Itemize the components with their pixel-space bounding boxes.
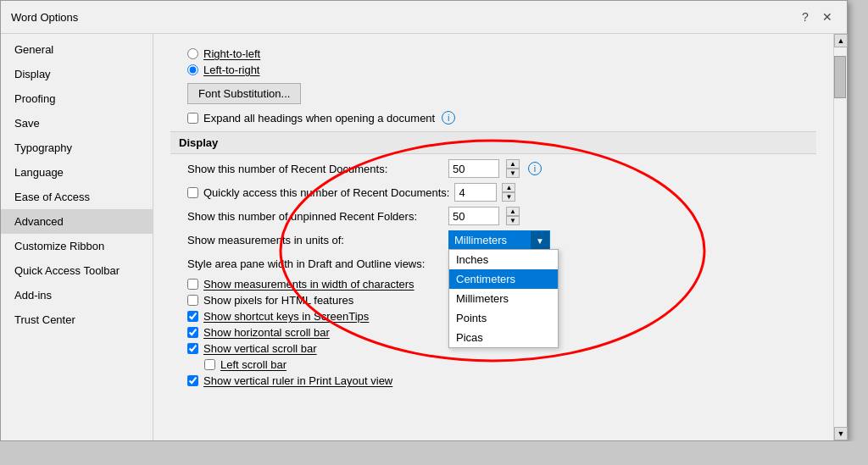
radio-left-to-right-label: Left-to-right	[203, 64, 259, 76]
show-pixels-label: Show pixels for HTML features	[203, 294, 353, 307]
display-section-header: Display	[170, 131, 816, 154]
measurements-dropdown-header[interactable]: Millimeters ▼	[448, 230, 550, 249]
title-bar-controls: ? ✕	[796, 8, 837, 26]
recent-docs-spinbox: ▲ ▼	[506, 159, 520, 178]
unpinned-folders-spinbox: ▲ ▼	[506, 207, 520, 225]
style-area-label: Style area pane width in Draft and Outli…	[187, 257, 442, 270]
show-horizontal-checkbox[interactable]	[187, 327, 198, 338]
show-shortcuts-checkbox[interactable]	[187, 311, 198, 322]
scroll-down-button[interactable]: ▼	[834, 427, 848, 440]
measurements-dropdown[interactable]: Millimeters ▼ Inches Centimeters Millime…	[448, 230, 550, 249]
left-scroll-row: Left scroll bar	[204, 358, 816, 371]
dropdown-item-inches[interactable]: Inches	[449, 250, 558, 269]
sidebar-item-customize-ribbon[interactable]: Customize Ribbon	[1, 234, 153, 258]
measurements-label: Show measurements in units of:	[187, 234, 442, 246]
unpinned-folders-up[interactable]: ▲	[506, 207, 520, 216]
unpinned-folders-label: Show this number of unpinned Recent Fold…	[187, 210, 442, 223]
radio-right-to-left-label: Right-to-left	[203, 47, 260, 60]
font-substitution-button[interactable]: Font Substitution...	[187, 83, 301, 104]
expand-headings-checkbox[interactable]	[187, 113, 198, 124]
sidebar-item-advanced[interactable]: Advanced	[1, 209, 153, 234]
measurements-dropdown-value: Millimeters	[454, 234, 507, 246]
dialog-body: GeneralDisplayProofingSaveTypographyLang…	[1, 34, 847, 440]
left-scroll-label: Left scroll bar	[220, 358, 287, 371]
show-width-checkbox[interactable]	[187, 279, 198, 290]
quick-access-input[interactable]	[454, 183, 497, 202]
unpinned-folders-row: Show this number of unpinned Recent Fold…	[187, 207, 816, 225]
recent-docs-info-icon[interactable]: i	[528, 162, 542, 175]
show-vertical-label: Show vertical scroll bar	[203, 342, 317, 355]
recent-docs-up[interactable]: ▲	[506, 159, 520, 169]
radio-right-to-left-row: Right-to-left	[187, 47, 816, 60]
title-bar: Word Options ? ✕	[1, 1, 847, 34]
quick-access-label: Quickly access this number of Recent Doc…	[203, 186, 449, 199]
show-ruler-row: Show vertical ruler in Print Layout view	[187, 374, 816, 387]
expand-headings-label: Expand all headings when opening a docum…	[203, 112, 435, 125]
show-ruler-label: Show vertical ruler in Print Layout view	[203, 374, 392, 387]
expand-headings-row: Expand all headings when opening a docum…	[187, 111, 816, 125]
radio-left-to-right-row: Left-to-right	[187, 64, 816, 76]
show-horizontal-label: Show horizontal scroll bar	[203, 326, 330, 339]
sidebar-item-language[interactable]: Language	[1, 160, 153, 185]
content-inner: Right-to-left Left-to-right Font Substit…	[153, 34, 833, 401]
show-shortcuts-label: Show shortcut keys in ScreenTips	[203, 310, 369, 323]
recent-docs-label: Show this number of Recent Documents:	[187, 163, 442, 175]
sidebar-item-general[interactable]: General	[1, 37, 153, 62]
recent-docs-down[interactable]: ▼	[506, 169, 520, 178]
show-vertical-checkbox[interactable]	[187, 343, 198, 354]
radio-right-to-left[interactable]	[187, 48, 198, 59]
scroll-up-button[interactable]: ▲	[834, 34, 848, 47]
unpinned-folders-input[interactable]	[448, 207, 499, 225]
recent-docs-row: Show this number of Recent Documents: ▲ …	[187, 159, 816, 178]
sidebar-item-proofing[interactable]: Proofing	[1, 86, 153, 111]
close-button[interactable]: ✕	[818, 8, 837, 26]
show-pixels-checkbox[interactable]	[187, 295, 198, 306]
sidebar-item-quick-access-toolbar[interactable]: Quick Access Toolbar	[1, 258, 153, 283]
left-scroll-checkbox[interactable]	[204, 359, 215, 370]
dropdown-item-points[interactable]: Points	[449, 308, 558, 328]
sidebar-item-typography[interactable]: Typography	[1, 136, 153, 160]
sidebar-item-ease-of-access[interactable]: Ease of Access	[1, 185, 153, 209]
dialog-title: Word Options	[11, 11, 78, 24]
quick-access-spinbox: ▲ ▼	[502, 183, 515, 202]
dropdown-item-millimeters[interactable]: Millimeters	[449, 289, 558, 308]
sidebar-item-add-ins[interactable]: Add-ins	[1, 283, 153, 307]
scroll-thumb[interactable]	[834, 56, 846, 98]
sidebar-item-trust-center[interactable]: Trust Center	[1, 307, 153, 332]
help-button[interactable]: ?	[796, 8, 815, 26]
sidebar-item-display[interactable]: Display	[1, 62, 153, 86]
show-ruler-checkbox[interactable]	[187, 375, 198, 386]
measurements-row: Show measurements in units of: Millimete…	[187, 230, 816, 249]
scrollbar[interactable]: ▲ ▼	[833, 34, 847, 440]
sidebar-item-save[interactable]: Save	[1, 111, 153, 136]
radio-left-to-right[interactable]	[187, 64, 198, 75]
dropdown-arrow-icon: ▼	[531, 231, 549, 250]
quick-access-up[interactable]: ▲	[502, 183, 515, 192]
scroll-track[interactable]	[834, 47, 847, 427]
content-main: Right-to-left Left-to-right Font Substit…	[153, 34, 833, 440]
quick-access-row: Quickly access this number of Recent Doc…	[187, 183, 816, 202]
quick-access-down[interactable]: ▼	[502, 192, 515, 202]
dropdown-item-picas[interactable]: Picas	[449, 328, 558, 347]
content-scroll-area: Right-to-left Left-to-right Font Substit…	[153, 34, 847, 440]
measurements-dropdown-list: Inches Centimeters Millimeters Points Pi…	[448, 249, 559, 348]
quick-access-checkbox[interactable]	[187, 187, 198, 198]
word-options-dialog: Word Options ? ✕ GeneralDisplayProofingS…	[0, 0, 848, 441]
recent-docs-input[interactable]	[448, 159, 499, 178]
info-icon[interactable]: i	[442, 111, 455, 125]
show-width-label: Show measurements in width of characters	[203, 278, 415, 291]
sidebar: GeneralDisplayProofingSaveTypographyLang…	[1, 34, 153, 440]
unpinned-folders-down[interactable]: ▼	[506, 216, 520, 225]
dropdown-item-centimeters[interactable]: Centimeters	[449, 269, 558, 289]
